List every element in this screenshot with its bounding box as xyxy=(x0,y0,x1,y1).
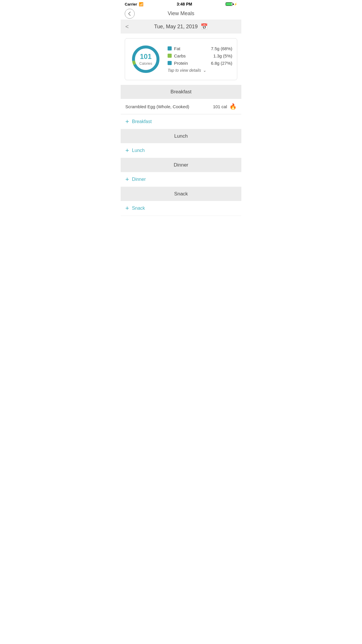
status-time: 3:48 PM xyxy=(177,2,192,6)
nav-bar: View Meals xyxy=(121,8,241,20)
breakfast-header: Breakfast xyxy=(121,85,241,99)
add-plus-icon: + xyxy=(125,118,129,125)
charging-bolt: ⚡ xyxy=(234,3,237,6)
breakfast-item-row[interactable]: Scrambled Egg (Whole, Cooked) 101 cal 🔥 xyxy=(121,99,241,114)
meal-item-right: 101 cal 🔥 xyxy=(213,103,237,110)
date-bar: < Tue, May 21, 2019 📅 xyxy=(121,20,241,34)
nutrition-legend: Fat 7.5g (68%) Carbs 1.3g (5%) Protein 6… xyxy=(168,46,232,73)
protein-value: 6.8g (27%) xyxy=(211,61,232,66)
add-plus-icon: + xyxy=(125,205,129,211)
add-plus-icon: + xyxy=(125,176,129,183)
chevron-down-icon: ⌄ xyxy=(203,68,206,73)
flame-icon: 🔥 xyxy=(229,103,237,110)
add-breakfast-label: Breakfast xyxy=(132,119,152,124)
status-left: Carrier 📶 xyxy=(125,2,143,6)
back-chevron-icon xyxy=(128,12,132,16)
carrier-label: Carrier xyxy=(125,2,137,6)
status-right: ⚡ xyxy=(226,2,237,6)
nav-back-button[interactable] xyxy=(125,9,135,19)
add-snack-button[interactable]: + Snack xyxy=(121,201,241,216)
tap-details-text: Tap to view details xyxy=(168,68,201,73)
carbs-swatch xyxy=(168,54,172,58)
meal-item-name: Scrambled Egg (Whole, Cooked) xyxy=(125,104,189,109)
protein-label: Protein xyxy=(174,61,211,66)
protein-swatch xyxy=(168,61,172,65)
date-label: Tue, May 21, 2019 xyxy=(154,24,198,30)
add-snack-label: Snack xyxy=(132,206,145,211)
add-dinner-label: Dinner xyxy=(132,177,146,182)
add-lunch-button[interactable]: + Lunch xyxy=(121,143,241,158)
add-plus-icon: + xyxy=(125,147,129,154)
donut-chart: 101 Calories xyxy=(130,43,162,75)
carbs-value: 1.3g (5%) xyxy=(213,53,232,58)
battery-icon xyxy=(226,2,233,6)
carbs-row: Carbs 1.3g (5%) xyxy=(168,53,232,58)
date-back-button[interactable]: < xyxy=(125,23,129,30)
snack-header: Snack xyxy=(121,187,241,201)
nutrition-card: 101 Calories Fat 7.5g (68%) Carbs 1.3g (… xyxy=(125,38,237,80)
calendar-icon[interactable]: 📅 xyxy=(201,23,208,30)
page-title: View Meals xyxy=(168,10,194,17)
donut-center: 101 Calories xyxy=(139,52,152,66)
calories-number: 101 xyxy=(139,52,152,61)
fat-label: Fat xyxy=(174,46,211,51)
fat-swatch xyxy=(168,46,172,50)
calories-label: Calories xyxy=(139,62,152,66)
status-bar: Carrier 📶 3:48 PM ⚡ xyxy=(121,0,241,8)
fat-row: Fat 7.5g (68%) xyxy=(168,46,232,51)
add-lunch-label: Lunch xyxy=(132,148,145,153)
carbs-label: Carbs xyxy=(174,53,213,58)
lunch-header: Lunch xyxy=(121,129,241,143)
meals-container: Breakfast Scrambled Egg (Whole, Cooked) … xyxy=(121,85,241,216)
protein-row: Protein 6.8g (27%) xyxy=(168,61,232,66)
fat-value: 7.5g (68%) xyxy=(211,46,232,51)
dinner-header: Dinner xyxy=(121,158,241,172)
meal-item-calories: 101 cal xyxy=(213,104,227,109)
add-breakfast-button[interactable]: + Breakfast xyxy=(121,114,241,129)
tap-details-button[interactable]: Tap to view details ⌄ xyxy=(168,68,232,73)
add-dinner-button[interactable]: + Dinner xyxy=(121,172,241,187)
wifi-icon: 📶 xyxy=(139,2,143,6)
